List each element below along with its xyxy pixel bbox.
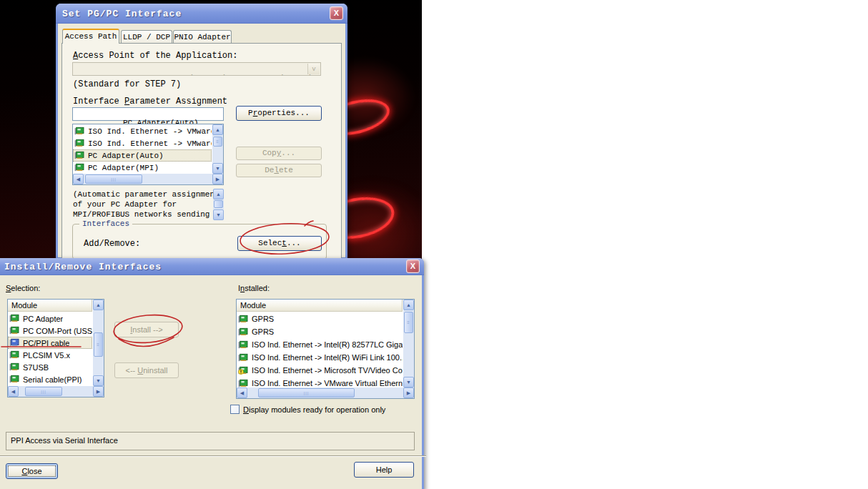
vertical-scrollbar[interactable]: ▲ ▼: [213, 189, 224, 220]
list-item-label: PC COM-Port (USS): [23, 327, 92, 335]
uninstall-button[interactable]: <-- Uninstall: [114, 362, 179, 378]
list-item[interactable]: ISO Ind. Ethernet -> VMware Virtual Ethe…: [237, 377, 403, 387]
vertical-scrollbar[interactable]: ▲ ≡ ▼: [403, 300, 414, 387]
module-column-header[interactable]: Module: [8, 300, 92, 312]
list-item[interactable]: ISO Ind. Ethernet -> Intel(R) 82577LC Gi…: [237, 338, 403, 351]
vertical-scrollbar[interactable]: ▲ ≡ ▼: [93, 300, 104, 386]
list-item[interactable]: PLCSIM V5.x: [8, 349, 92, 361]
scroll-up-icon[interactable]: ▲: [213, 189, 224, 199]
list-item[interactable]: ISO Ind. Ethernet -> VMware: [73, 125, 212, 137]
scroll-left-icon[interactable]: ◀: [8, 386, 19, 397]
list-item-selected[interactable]: PC Adapter(Auto): [73, 149, 212, 162]
scroll-left-icon[interactable]: ◀: [237, 387, 247, 398]
network-adapter-icon: [9, 362, 21, 372]
scroll-down-icon[interactable]: ▼: [212, 163, 223, 174]
install-button[interactable]: Install -->: [114, 322, 179, 337]
display-modules-checkbox[interactable]: [230, 405, 240, 414]
select-button[interactable]: Select...: [237, 236, 322, 251]
copy-button[interactable]: Copy...: [236, 147, 322, 160]
module-column-header[interactable]: Module: [237, 300, 403, 312]
access-point-combobox[interactable]: S7ONLINE (STEP 7) --> PC Adapter(Auto) v: [72, 62, 321, 76]
access-point-value: S7ONLINE (STEP 7) --> PC Adapter(Auto): [123, 74, 321, 76]
delete-button[interactable]: Delete: [236, 164, 322, 177]
horizontal-scrollbar[interactable]: ◀ ||| ▶: [73, 174, 223, 184]
interface-parameter-label: Interface Parameter Assignment: [73, 97, 227, 107]
list-item[interactable]: S7USB: [8, 361, 92, 373]
list-item[interactable]: PC Adapter(MPI): [73, 162, 212, 174]
dialog-titlebar[interactable]: Install/Remove Interfaces X: [0, 258, 424, 275]
scrollbar-thumb[interactable]: ≡: [213, 137, 222, 147]
interface-parameter-list[interactable]: ISO Ind. Ethernet -> VMware ISO Ind. Eth…: [72, 124, 224, 185]
scroll-up-icon[interactable]: ▲: [403, 300, 414, 310]
tab-panel-access-path: Access Point of the Application: S7ONLIN…: [61, 43, 342, 260]
list-item-label: PLCSIM V5.x: [23, 351, 70, 360]
list-item[interactable]: PC Adapter: [8, 312, 92, 325]
dialog-title: Set PG/PC Interface: [62, 8, 182, 19]
horizontal-scrollbar[interactable]: ◀ ||| ▶: [8, 386, 104, 397]
scroll-down-icon[interactable]: ▼: [93, 375, 104, 386]
network-adapter-icon: [9, 350, 21, 360]
scrollbar-thumb[interactable]: ≡: [404, 312, 413, 333]
tab-label: PNIO Adapter: [174, 33, 230, 41]
scroll-down-icon[interactable]: ▼: [213, 209, 224, 220]
scroll-right-icon[interactable]: ▶: [93, 386, 104, 397]
tab-access-path[interactable]: Access Path: [62, 29, 119, 44]
install-remove-interfaces-dialog: Install/Remove Interfaces X Selection: I…: [0, 258, 424, 489]
network-adapter-icon: [238, 353, 250, 362]
scrollbar-thumb[interactable]: |||: [85, 174, 142, 184]
list-item[interactable]: GPRS: [237, 312, 403, 325]
vertical-scrollbar[interactable]: ▲ ≡ ▼: [212, 124, 223, 174]
scroll-left-icon[interactable]: ◀: [73, 174, 84, 184]
list-item-label: ISO Ind. Ethernet -> VMware: [88, 139, 212, 148]
scroll-right-icon[interactable]: ▶: [403, 387, 414, 398]
list-item[interactable]: Serial cable(PPI): [8, 373, 92, 385]
list-item[interactable]: GPRS: [237, 325, 403, 338]
properties-button[interactable]: Properties...: [236, 106, 322, 121]
horizontal-scrollbar[interactable]: ◀ ||| ▶: [237, 387, 414, 398]
list-rows: PC Adapter PC COM-Port (USS) PC/PPI cabl…: [8, 312, 92, 386]
parameter-description: (Automatic parameter assignment of your …: [72, 189, 224, 220]
network-adapter-icon: [238, 327, 250, 337]
desktop: Set PG/PC Interface X Access Path LLDP /…: [0, 0, 868, 489]
list-rows: ISO Ind. Ethernet -> VMware ISO Ind. Eth…: [73, 125, 212, 174]
scrollbar-thumb[interactable]: [214, 200, 223, 208]
description-text: (Automatic parameter assignment of your …: [73, 189, 220, 219]
dialog-title: Install/Remove Interfaces: [4, 261, 162, 272]
list-item[interactable]: ISO Ind. Ethernet -> VMware: [73, 137, 212, 149]
tab-pnio-adapter[interactable]: PNIO Adapter: [173, 30, 232, 44]
scroll-right-icon[interactable]: ▶: [212, 174, 223, 184]
list-item-label: Serial cable(PPI): [23, 375, 82, 384]
scrollbar-thumb[interactable]: ≡: [94, 332, 103, 357]
scroll-down-icon[interactable]: ▼: [403, 377, 414, 387]
dialog-titlebar[interactable]: Set PG/PC Interface X: [56, 4, 347, 24]
scrollbar-thumb[interactable]: |||: [258, 388, 355, 397]
close-icon[interactable]: X: [330, 6, 343, 20]
scroll-up-icon[interactable]: ▲: [93, 300, 104, 310]
help-button[interactable]: Help: [354, 462, 414, 478]
selection-list[interactable]: Module PC Adapter PC COM-Port (USS) PC/P…: [7, 299, 104, 397]
list-item[interactable]: ISO Ind. Ethernet -> Intel(R) WiFi Link …: [237, 351, 403, 364]
network-adapter-icon: [238, 340, 250, 350]
interfaces-groupbox: Interfaces Add/Remove: Select...: [72, 224, 327, 260]
list-item-label: PC Adapter(MPI): [88, 164, 159, 172]
dialog-body: Selection: Installed: Module PC Adapter: [0, 275, 422, 489]
list-item-selected[interactable]: PC/PPI cable: [8, 337, 92, 349]
list-item[interactable]: PC COM-Port (USS): [8, 325, 92, 337]
tab-lldp-dcp[interactable]: LLDP / DCP: [121, 30, 172, 44]
scrollbar-thumb[interactable]: |||: [25, 387, 62, 396]
chevron-down-icon[interactable]: v: [307, 64, 320, 74]
tab-label: LLDP / DCP: [123, 33, 170, 41]
list-item-label: PC/PPI cable: [23, 339, 69, 347]
divider: [0, 455, 426, 457]
access-point-label: Access Point of the Application:: [73, 51, 237, 61]
status-text: PPI Access via Serial Interface: [11, 436, 118, 445]
list-item[interactable]: ISO Ind. Ethernet -> Microsoft TV/Video …: [237, 364, 403, 377]
close-icon[interactable]: X: [406, 260, 420, 273]
network-adapter-icon: [9, 326, 21, 335]
close-button[interactable]: Close: [6, 463, 58, 479]
parameter-input[interactable]: PC Adapter(Auto): [72, 107, 224, 121]
installed-list[interactable]: Module GPRS GPRS ISO Ind. Ethernet -> In…: [236, 299, 415, 399]
scroll-up-icon[interactable]: ▲: [212, 124, 223, 135]
selection-label: Selection:: [6, 284, 40, 292]
status-box: PPI Access via Serial Interface: [6, 432, 415, 450]
